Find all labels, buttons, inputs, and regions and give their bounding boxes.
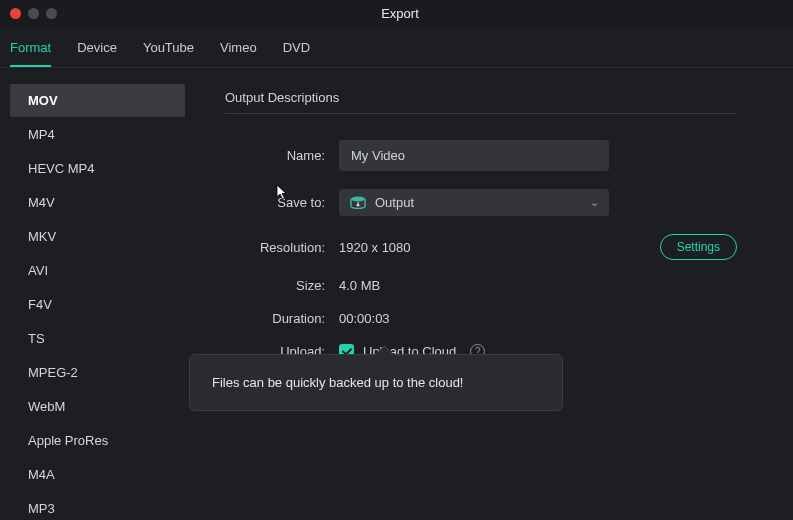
sidebar-item-f4v[interactable]: F4V	[10, 288, 185, 321]
row-size: Size: 4.0 MB	[225, 278, 737, 293]
chevron-down-icon: ⌄	[590, 196, 599, 209]
duration-value: 00:00:03	[339, 311, 390, 326]
saveto-select[interactable]: Output ⌄	[339, 189, 609, 216]
sidebar-item-mov[interactable]: MOV	[10, 84, 185, 117]
resolution-value: 1920 x 1080	[339, 240, 411, 255]
tab-device[interactable]: Device	[77, 36, 117, 67]
sidebar-item-webm[interactable]: WebM	[10, 390, 185, 423]
output-panel: Output Descriptions Name: Save to: Outpu…	[195, 68, 793, 520]
tab-bar: Format Device YouTube Vimeo DVD	[0, 26, 793, 68]
sidebar-item-m4a[interactable]: M4A	[10, 458, 185, 491]
svg-point-0	[351, 196, 365, 201]
sidebar-item-mkv[interactable]: MKV	[10, 220, 185, 253]
sidebar-item-ts[interactable]: TS	[10, 322, 185, 355]
tab-format[interactable]: Format	[10, 36, 51, 67]
window-title: Export	[17, 6, 783, 21]
tab-vimeo[interactable]: Vimeo	[220, 36, 257, 67]
saveto-value: Output	[375, 195, 590, 210]
row-saveto: Save to: Output ⌄	[225, 189, 737, 216]
sidebar-item-hevc-mp4[interactable]: HEVC MP4	[10, 152, 185, 185]
format-sidebar: MOV MP4 HEVC MP4 M4V MKV AVI F4V TS MPEG…	[0, 68, 195, 520]
sidebar-item-m4v[interactable]: M4V	[10, 186, 185, 219]
label-size: Size:	[225, 278, 325, 293]
disk-icon	[349, 196, 367, 210]
label-resolution: Resolution:	[225, 240, 325, 255]
settings-button[interactable]: Settings	[660, 234, 737, 260]
titlebar: Export	[0, 0, 793, 26]
sidebar-item-mpeg2[interactable]: MPEG-2	[10, 356, 185, 389]
row-duration: Duration: 00:00:03	[225, 311, 737, 326]
name-input[interactable]	[339, 140, 609, 171]
size-value: 4.0 MB	[339, 278, 380, 293]
sidebar-item-mp4[interactable]: MP4	[10, 118, 185, 151]
sidebar-item-mp3[interactable]: MP3	[10, 492, 185, 520]
label-name: Name:	[225, 148, 325, 163]
sidebar-item-apple-prores[interactable]: Apple ProRes	[10, 424, 185, 457]
tab-dvd[interactable]: DVD	[283, 36, 310, 67]
sidebar-item-avi[interactable]: AVI	[10, 254, 185, 287]
section-title: Output Descriptions	[225, 90, 737, 114]
row-name: Name:	[225, 140, 737, 171]
tab-youtube[interactable]: YouTube	[143, 36, 194, 67]
row-resolution: Resolution: 1920 x 1080 Settings	[225, 234, 737, 260]
label-duration: Duration:	[225, 311, 325, 326]
label-saveto: Save to:	[225, 195, 325, 210]
upload-tooltip: Files can be quickly backed up to the cl…	[189, 354, 563, 411]
